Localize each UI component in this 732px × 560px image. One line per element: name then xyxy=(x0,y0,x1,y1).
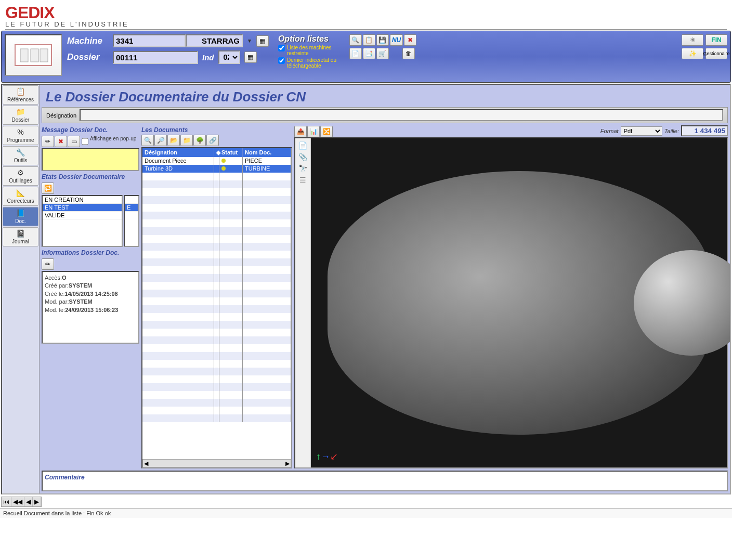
tab-icon: 📁 xyxy=(4,108,37,116)
next-icon[interactable]: ▶ xyxy=(33,497,41,506)
main-pane: Le Dossier Documentaire du Dossier CN Dé… xyxy=(40,85,730,493)
svg-rect-1 xyxy=(20,49,28,62)
binoculars-icon[interactable]: 🔭 xyxy=(297,164,308,173)
left-nav-tabs: 📋Références📁Dossier%Programme🔧Outils⚙Out… xyxy=(2,85,40,493)
sidebar-item-programme[interactable]: %Programme xyxy=(3,126,38,145)
trash-icon[interactable]: 🗑 xyxy=(402,48,415,59)
doc-link-icon[interactable]: 🔗 xyxy=(206,135,219,146)
state-row[interactable]: VALIDE xyxy=(43,212,122,219)
sidebar-item-journal[interactable]: 📓Journal xyxy=(3,227,38,246)
doc-hscroll[interactable]: ◀▶ xyxy=(142,459,291,467)
message-textarea[interactable] xyxy=(42,148,139,171)
clear-icon[interactable]: NU xyxy=(390,34,403,46)
doc-tree-icon[interactable]: 🌳 xyxy=(193,135,206,146)
state-list[interactable]: EN CREATIONEN TESTVALIDE xyxy=(42,195,123,247)
col-nom[interactable]: Nom Doc. xyxy=(243,148,291,157)
check-machines-restr[interactable] xyxy=(278,45,285,51)
doc-open-icon[interactable]: 📂 xyxy=(167,135,180,146)
clip-icon[interactable]: 📎 xyxy=(297,153,308,161)
designation-input[interactable] xyxy=(80,109,723,121)
sidebar-item-doc-[interactable]: 📘Doc. xyxy=(3,207,38,226)
prev-icon[interactable]: ◀◀ xyxy=(11,497,24,506)
sidebar-item-dossier[interactable]: 📁Dossier xyxy=(3,106,38,125)
save-icon[interactable]: 💾 xyxy=(376,34,389,46)
delete-icon[interactable]: ✖ xyxy=(404,34,416,46)
table-row xyxy=(142,407,291,414)
state-row[interactable]: EN CREATION xyxy=(43,196,122,204)
dossier-lookup-button[interactable]: ▦ xyxy=(244,51,257,63)
first-icon[interactable]: ⏮ xyxy=(2,497,11,506)
commentaire-label: Commentaire xyxy=(45,474,85,481)
content-area: 📋Références📁Dossier%Programme🔧Outils⚙Out… xyxy=(1,84,731,494)
check-dernier-indice[interactable] xyxy=(278,57,285,64)
documents-column: Les Documents 🔍 🔎 📂 📁 🌳 🔗 Désignation ◆ … xyxy=(141,125,292,468)
cell-designation: Document Piece xyxy=(142,157,214,165)
cart-icon[interactable]: 🛒 xyxy=(376,48,389,59)
viewer-canvas[interactable]: ↑→↙ xyxy=(311,138,727,467)
machine-name-input[interactable] xyxy=(186,34,243,47)
turbine-3d-render xyxy=(328,171,710,434)
blank-icon[interactable]: ▭ xyxy=(68,136,80,147)
sidebar-item-correcteurs[interactable]: 📐Correcteurs xyxy=(3,187,38,206)
table-row xyxy=(142,212,291,219)
commentaire-box[interactable]: Commentaire xyxy=(42,471,728,491)
info-label: Mod. le: xyxy=(45,307,65,313)
pages-icon[interactable]: 📄 xyxy=(297,141,308,150)
format-select[interactable]: Pdf xyxy=(621,126,662,136)
table-row xyxy=(142,251,291,258)
table-row xyxy=(142,204,291,212)
table-row[interactable]: Document PiecePIECE xyxy=(142,157,291,165)
edit-icon[interactable]: ✏ xyxy=(42,136,54,147)
viewer-action1-icon[interactable]: 📤 xyxy=(294,126,307,137)
doc-zoom-icon[interactable]: 🔎 xyxy=(154,135,167,146)
table-row xyxy=(142,375,291,383)
list-icon[interactable]: 📋 xyxy=(363,34,375,46)
table-row xyxy=(142,414,291,422)
doc-search-icon[interactable]: 🔍 xyxy=(141,135,154,146)
sidebar-item-r-f-rences[interactable]: 📋Références xyxy=(3,85,38,105)
col-statut[interactable]: Statut xyxy=(219,148,243,157)
delete2-icon[interactable]: ✖ xyxy=(55,136,67,147)
refresh-etat-icon[interactable]: 🔁 xyxy=(42,183,54,194)
etats-title: Etats Dossier Documentaire xyxy=(42,172,139,181)
svg-rect-2 xyxy=(31,49,38,62)
info-edit-icon[interactable]: ✏ xyxy=(42,258,54,270)
options-title: Option listes xyxy=(278,34,344,44)
machine-number-input[interactable] xyxy=(113,34,186,47)
popup-label: Affichage en pop-up xyxy=(90,136,136,147)
table-row xyxy=(142,329,291,336)
col-designation[interactable]: Désignation xyxy=(142,148,214,157)
table-row[interactable]: Turbine 3DTURBINE xyxy=(142,165,291,173)
search-icon[interactable]: 🔍 xyxy=(349,34,362,46)
play-icon[interactable]: ◀ xyxy=(24,497,33,506)
table-row xyxy=(142,360,291,368)
cell-statut xyxy=(219,157,243,165)
doc-table-body[interactable]: Document PiecePIECETurbine 3DTURBINE xyxy=(142,157,291,459)
state-row[interactable]: EN TEST xyxy=(43,204,122,212)
viewer-action2-icon[interactable]: 📊 xyxy=(307,126,320,137)
sidebar-item-outils[interactable]: 🔧Outils xyxy=(3,146,38,165)
atom-icon[interactable]: ⚛ xyxy=(682,34,703,46)
gestionnaire-button[interactable]: Gestionnaire xyxy=(705,48,727,59)
doc-folder-icon[interactable]: 📁 xyxy=(180,135,193,146)
col-sort1[interactable]: ◆ xyxy=(214,148,219,157)
left-column: Message Dossier Doc. ✏ ✖ ▭ Affichage en … xyxy=(42,125,139,468)
multi-icon[interactable]: 📑 xyxy=(363,48,375,59)
check1-label: Liste des machines restreinte xyxy=(287,45,344,56)
viewer-action3-icon[interactable]: 🔀 xyxy=(320,126,333,137)
wand-icon[interactable]: ✨ xyxy=(682,48,703,59)
layers-icon[interactable]: ☰ xyxy=(297,176,308,184)
header-band: Machine ▼ ▦ Dossier Ind 02 ▦ Option list… xyxy=(1,31,731,83)
table-row xyxy=(142,188,291,196)
designation-label: Désignation xyxy=(46,112,76,119)
machine-lookup-button[interactable]: ▦ xyxy=(256,35,269,47)
sidebar-item-outillages[interactable]: ⚙Outillages xyxy=(3,166,38,186)
ind-select[interactable]: 02 xyxy=(218,50,240,64)
popup-checkbox[interactable] xyxy=(82,136,88,147)
info-label: Créé le: xyxy=(45,291,65,297)
dossier-number-input[interactable] xyxy=(113,51,198,64)
copy-icon[interactable]: 📄 xyxy=(349,48,362,59)
table-row xyxy=(142,290,291,297)
status-bar: Recueil Document dans la liste : Fin Ok … xyxy=(0,508,732,518)
fin-button[interactable]: FIN xyxy=(705,34,727,46)
